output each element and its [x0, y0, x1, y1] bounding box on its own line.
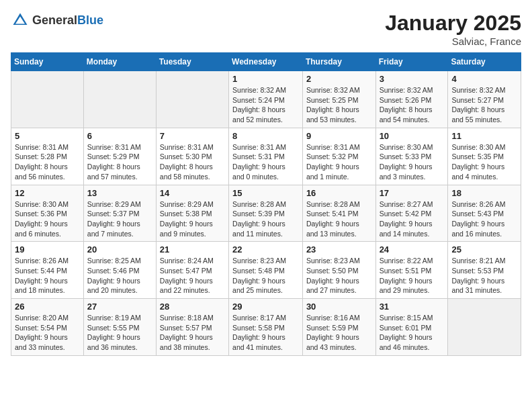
- day-info: Sunrise: 8:19 AM Sunset: 5:55 PM Dayligh…: [87, 313, 152, 353]
- day-info: Sunrise: 8:31 AM Sunset: 5:31 PM Dayligh…: [232, 142, 299, 182]
- calendar-cell: 9Sunrise: 8:31 AM Sunset: 5:32 PM Daylig…: [302, 128, 375, 185]
- day-number: 11: [451, 131, 517, 141]
- calendar-cell: 22Sunrise: 8:23 AM Sunset: 5:48 PM Dayli…: [229, 242, 303, 299]
- day-info: Sunrise: 8:21 AM Sunset: 5:53 PM Dayligh…: [451, 256, 517, 295]
- day-info: Sunrise: 8:27 AM Sunset: 5:42 PM Dayligh…: [380, 199, 445, 239]
- day-number: 5: [15, 131, 80, 141]
- calendar-cell: 6Sunrise: 8:31 AM Sunset: 5:29 PM Daylig…: [83, 128, 156, 185]
- calendar-week-row: 26Sunrise: 8:20 AM Sunset: 5:54 PM Dayli…: [11, 299, 521, 356]
- title-area: January 2025 Salviac, France: [385, 11, 521, 47]
- day-info: Sunrise: 8:30 AM Sunset: 5:35 PM Dayligh…: [451, 142, 517, 182]
- day-number: 30: [306, 302, 372, 312]
- weekday-header: Thursday: [302, 53, 375, 71]
- logo: GeneralBlue: [11, 11, 103, 30]
- calendar-week-row: 1Sunrise: 8:32 AM Sunset: 5:24 PM Daylig…: [11, 71, 521, 128]
- calendar-week-row: 5Sunrise: 8:31 AM Sunset: 5:28 PM Daylig…: [11, 128, 521, 185]
- calendar-cell: 18Sunrise: 8:26 AM Sunset: 5:43 PM Dayli…: [448, 185, 521, 242]
- weekday-header: Friday: [375, 53, 448, 71]
- calendar-cell: [83, 71, 156, 128]
- calendar-cell: 16Sunrise: 8:28 AM Sunset: 5:41 PM Dayli…: [302, 185, 375, 242]
- logo-general: General: [32, 13, 77, 27]
- calendar-cell: 28Sunrise: 8:18 AM Sunset: 5:57 PM Dayli…: [156, 299, 228, 356]
- day-number: 31: [380, 302, 445, 312]
- calendar-week-row: 12Sunrise: 8:30 AM Sunset: 5:36 PM Dayli…: [11, 185, 521, 242]
- logo-icon: [11, 11, 30, 30]
- day-number: 15: [232, 188, 299, 198]
- day-number: 22: [232, 244, 299, 255]
- day-number: 8: [232, 131, 299, 141]
- calendar-cell: 4Sunrise: 8:32 AM Sunset: 5:27 PM Daylig…: [448, 71, 521, 128]
- day-number: 12: [15, 188, 80, 198]
- logo-blue: Blue: [77, 13, 103, 27]
- day-number: 1: [232, 74, 299, 84]
- day-number: 4: [451, 74, 517, 84]
- calendar-body: 1Sunrise: 8:32 AM Sunset: 5:24 PM Daylig…: [11, 71, 521, 356]
- calendar-cell: 24Sunrise: 8:22 AM Sunset: 5:51 PM Dayli…: [375, 242, 448, 299]
- calendar-cell: 3Sunrise: 8:32 AM Sunset: 5:26 PM Daylig…: [375, 71, 448, 128]
- location-title: Salviac, France: [385, 36, 521, 47]
- logo-text: GeneralBlue: [32, 13, 103, 28]
- day-info: Sunrise: 8:31 AM Sunset: 5:29 PM Dayligh…: [87, 142, 152, 182]
- day-number: 7: [160, 131, 225, 141]
- day-number: 23: [306, 244, 372, 255]
- day-number: 10: [380, 131, 445, 141]
- calendar-cell: 12Sunrise: 8:30 AM Sunset: 5:36 PM Dayli…: [11, 185, 84, 242]
- day-info: Sunrise: 8:20 AM Sunset: 5:54 PM Dayligh…: [15, 313, 80, 353]
- calendar-header: SundayMondayTuesdayWednesdayThursdayFrid…: [11, 53, 521, 71]
- calendar-cell: [11, 71, 84, 128]
- calendar-table: SundayMondayTuesdayWednesdayThursdayFrid…: [11, 52, 521, 356]
- day-info: Sunrise: 8:31 AM Sunset: 5:30 PM Dayligh…: [160, 142, 225, 182]
- day-number: 28: [160, 302, 225, 312]
- day-info: Sunrise: 8:26 AM Sunset: 5:43 PM Dayligh…: [451, 199, 517, 239]
- day-info: Sunrise: 8:26 AM Sunset: 5:44 PM Dayligh…: [15, 256, 80, 295]
- day-number: 19: [15, 244, 80, 255]
- day-info: Sunrise: 8:24 AM Sunset: 5:47 PM Dayligh…: [160, 256, 225, 295]
- calendar-cell: 29Sunrise: 8:17 AM Sunset: 5:58 PM Dayli…: [229, 299, 303, 356]
- day-number: 21: [160, 244, 225, 255]
- calendar-cell: 1Sunrise: 8:32 AM Sunset: 5:24 PM Daylig…: [229, 71, 303, 128]
- calendar-cell: 21Sunrise: 8:24 AM Sunset: 5:47 PM Dayli…: [156, 242, 228, 299]
- day-info: Sunrise: 8:31 AM Sunset: 5:28 PM Dayligh…: [15, 142, 80, 182]
- day-number: 24: [380, 244, 445, 255]
- day-info: Sunrise: 8:15 AM Sunset: 6:01 PM Dayligh…: [380, 313, 445, 353]
- calendar-cell: 11Sunrise: 8:30 AM Sunset: 5:35 PM Dayli…: [448, 128, 521, 185]
- calendar-cell: 31Sunrise: 8:15 AM Sunset: 6:01 PM Dayli…: [375, 299, 448, 356]
- calendar-cell: 14Sunrise: 8:29 AM Sunset: 5:38 PM Dayli…: [156, 185, 228, 242]
- calendar-cell: 15Sunrise: 8:28 AM Sunset: 5:39 PM Dayli…: [229, 185, 303, 242]
- calendar-cell: 23Sunrise: 8:23 AM Sunset: 5:50 PM Dayli…: [302, 242, 375, 299]
- day-info: Sunrise: 8:28 AM Sunset: 5:41 PM Dayligh…: [306, 199, 372, 239]
- day-info: Sunrise: 8:18 AM Sunset: 5:57 PM Dayligh…: [160, 313, 225, 353]
- calendar-cell: 13Sunrise: 8:29 AM Sunset: 5:37 PM Dayli…: [83, 185, 156, 242]
- day-number: 6: [87, 131, 152, 141]
- calendar-cell: 2Sunrise: 8:32 AM Sunset: 5:25 PM Daylig…: [302, 71, 375, 128]
- day-info: Sunrise: 8:30 AM Sunset: 5:36 PM Dayligh…: [15, 199, 80, 239]
- calendar-cell: 17Sunrise: 8:27 AM Sunset: 5:42 PM Dayli…: [375, 185, 448, 242]
- day-info: Sunrise: 8:22 AM Sunset: 5:51 PM Dayligh…: [380, 256, 445, 295]
- weekday-header: Tuesday: [156, 53, 228, 71]
- calendar-cell: 8Sunrise: 8:31 AM Sunset: 5:31 PM Daylig…: [229, 128, 303, 185]
- weekday-row: SundayMondayTuesdayWednesdayThursdayFrid…: [11, 53, 521, 71]
- day-info: Sunrise: 8:32 AM Sunset: 5:24 PM Dayligh…: [232, 85, 299, 125]
- day-number: 3: [380, 74, 445, 84]
- calendar-cell: 20Sunrise: 8:25 AM Sunset: 5:46 PM Dayli…: [83, 242, 156, 299]
- month-title: January 2025: [385, 11, 521, 36]
- day-number: 26: [15, 302, 80, 312]
- day-number: 14: [160, 188, 225, 198]
- day-info: Sunrise: 8:28 AM Sunset: 5:39 PM Dayligh…: [232, 199, 299, 239]
- page-header: GeneralBlue January 2025 Salviac, France: [11, 11, 521, 47]
- calendar-cell: 27Sunrise: 8:19 AM Sunset: 5:55 PM Dayli…: [83, 299, 156, 356]
- calendar-cell: 7Sunrise: 8:31 AM Sunset: 5:30 PM Daylig…: [156, 128, 228, 185]
- weekday-header: Sunday: [11, 53, 84, 71]
- weekday-header: Saturday: [448, 53, 521, 71]
- day-info: Sunrise: 8:32 AM Sunset: 5:27 PM Dayligh…: [451, 85, 517, 125]
- calendar-cell: 10Sunrise: 8:30 AM Sunset: 5:33 PM Dayli…: [375, 128, 448, 185]
- weekday-header: Monday: [83, 53, 156, 71]
- calendar-cell: 26Sunrise: 8:20 AM Sunset: 5:54 PM Dayli…: [11, 299, 84, 356]
- day-number: 16: [306, 188, 372, 198]
- day-info: Sunrise: 8:31 AM Sunset: 5:32 PM Dayligh…: [306, 142, 372, 182]
- day-info: Sunrise: 8:23 AM Sunset: 5:48 PM Dayligh…: [232, 256, 299, 295]
- day-info: Sunrise: 8:25 AM Sunset: 5:46 PM Dayligh…: [87, 256, 152, 295]
- day-number: 17: [380, 188, 445, 198]
- day-info: Sunrise: 8:30 AM Sunset: 5:33 PM Dayligh…: [380, 142, 445, 182]
- day-number: 29: [232, 302, 299, 312]
